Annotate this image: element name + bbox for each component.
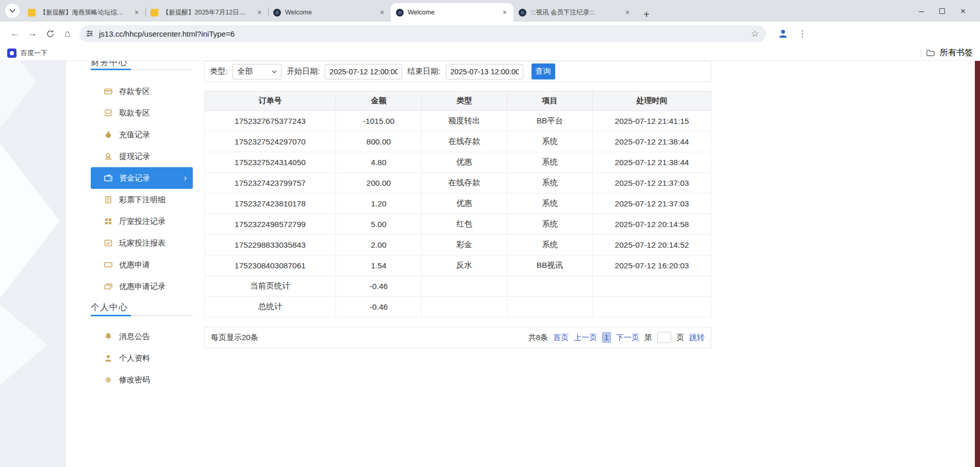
per-page-label: 每页显示20条 [211, 333, 258, 343]
tab-close-icon[interactable]: × [132, 8, 141, 17]
col-amount: 金额 [336, 91, 422, 111]
tab-close-icon[interactable]: × [623, 8, 632, 17]
withdraw-card-icon [104, 109, 112, 117]
table-row: 17523274238101781.20优惠系统2025-07-12 21:37… [205, 194, 711, 214]
profile-avatar-icon[interactable] [775, 26, 791, 41]
end-date-label: 结束日期: [407, 67, 440, 76]
browser-tab-strip: 【新提醒】海燕策略论坛综合交 × 【新提醒】2025年7月12日【全 × Wel… [0, 0, 980, 22]
bookmarks-divider [921, 49, 921, 57]
sidebar-item-lottery-bet-details[interactable]: 彩票下注明细 [91, 189, 193, 211]
bookmark-baidu[interactable]: 百度一下 [7, 49, 47, 58]
pagination-bar: 每页显示20条 共8条 首页 上一页 1 下一页 第 页 跳转 [204, 327, 711, 348]
forward-icon[interactable]: → [24, 25, 41, 42]
end-date-input[interactable] [446, 64, 523, 79]
query-button[interactable]: 查询 [531, 63, 555, 79]
all-bookmarks[interactable]: 所有书签 [921, 47, 973, 58]
next-page-link[interactable]: 下一页 [616, 333, 639, 343]
sidebar-item-promo-apply[interactable]: 优惠申请 [91, 254, 193, 276]
tab-list: 【新提醒】海燕策略论坛综合交 × 【新提醒】2025年7月12日【全 × Wel… [23, 0, 654, 22]
tab-welcome-active[interactable]: Welcome × [391, 3, 513, 22]
tab-close-icon[interactable]: × [255, 8, 264, 17]
tab-close-icon[interactable]: × [377, 8, 387, 17]
current-page-badge[interactable]: 1 [602, 332, 611, 343]
sidebar-item-message-announcements[interactable]: 消息公告 [91, 326, 193, 347]
user-icon [104, 355, 112, 362]
background-triangle-decoration [0, 304, 47, 385]
tab-reminder-date[interactable]: 【新提醒】2025年7月12日【全 × [145, 3, 268, 22]
col-type: 类型 [422, 91, 507, 111]
chevron-right-icon: › [184, 173, 187, 183]
type-select-value: 全部 [237, 67, 253, 76]
sidebar-item-personal-profile[interactable]: 个人资料 [91, 347, 193, 369]
report-chart-icon [104, 239, 112, 247]
start-date-input[interactable] [325, 64, 402, 79]
tab-title: 【新提醒】海燕策略论坛综合交 [40, 8, 128, 17]
total-count-label: 共8条 [528, 333, 548, 343]
prev-page-link[interactable]: 上一页 [574, 333, 597, 343]
sidebar-item-change-password[interactable]: 修改密码 [91, 369, 193, 391]
first-page-link[interactable]: 首页 [553, 333, 569, 343]
home-icon[interactable]: ⌂ [59, 25, 76, 42]
tab-title: Welcome [285, 9, 373, 16]
tab-hainyan-forum[interactable]: 【新提醒】海燕策略论坛综合交 × [23, 3, 145, 22]
type-select[interactable]: 全部 [232, 64, 281, 79]
coupon-records-icon [104, 283, 112, 291]
dark-site-favicon [273, 9, 281, 17]
tab-welcome-1[interactable]: Welcome × [268, 3, 391, 22]
bell-icon [104, 333, 112, 341]
browser-toolbar: ← → ⌂ js13.cc/hhcp/usercenter.html?iniTy… [0, 22, 980, 45]
page-jump-pre-label: 第 [644, 333, 652, 343]
table-header-row: 订单号 金额 类型 项目 处理时间 [205, 91, 711, 111]
table-row: 17523275243140504.80优惠系统2025-07-12 21:38… [205, 152, 711, 173]
section-underline [91, 69, 193, 70]
section-underline [91, 315, 193, 316]
sidebar-item-withdraw-zone[interactable]: 取款专区 [91, 102, 193, 124]
browser-menu-kebab-icon[interactable]: ⋮ [795, 26, 809, 41]
main-content: 类型: 全部 开始日期: 结束日期: 查询 订单号 金额 类型 [204, 61, 711, 348]
tab-title: 【新提醒】2025年7月12日【全 [162, 8, 251, 17]
dark-site-favicon [519, 9, 526, 17]
all-bookmarks-label: 所有书签 [940, 47, 973, 58]
document-list-icon [104, 196, 112, 204]
background-triangle-decoration [0, 143, 60, 298]
window-controls: – × [919, 0, 966, 22]
sidebar-item-recharge-records[interactable]: 充值记录 [91, 124, 193, 146]
background-triangle-decoration [0, 61, 36, 128]
page-jump-post-label: 页 [676, 333, 684, 343]
sidebar: 财务中心 存款专区 取款专区 充值记录 提现记录 资金记录 [91, 61, 193, 391]
maximize-icon[interactable] [939, 8, 945, 14]
col-order-no: 订单号 [205, 91, 336, 111]
section-underline-accent [91, 69, 131, 70]
table-row: 1752327524297070800.00在线存款系统2025-07-12 2… [205, 132, 711, 152]
bookmark-star-icon[interactable]: ☆ [751, 28, 759, 39]
tab-search-button[interactable] [5, 4, 20, 18]
new-tab-button[interactable]: + [639, 7, 654, 22]
col-process-time: 处理时间 [593, 91, 711, 111]
yellow-site-favicon [151, 9, 158, 17]
page-jump-input[interactable] [657, 332, 671, 343]
sidebar-item-promo-apply-records[interactable]: 优惠申请记录 [91, 276, 193, 297]
folder-icon [926, 50, 935, 57]
window-close-icon[interactable]: × [960, 7, 966, 15]
gear-icon [104, 376, 112, 384]
pagination-controls: 共8条 首页 上一页 1 下一页 第 页 跳转 [528, 332, 705, 343]
sidebar-item-player-bet-report[interactable]: 玩家投注报表 [91, 232, 193, 254]
table-row: 17523224985727995.00红包系统2025-07-12 20:14… [205, 214, 711, 235]
section-underline-accent [91, 315, 131, 316]
bookmark-label: 百度一下 [21, 49, 47, 58]
sidebar-item-hall-bet-records[interactable]: 厅室投注记录 [91, 211, 193, 232]
sidebar-item-deposit-zone[interactable]: 存款专区 [91, 80, 193, 102]
sidebar-section-finance-title: 财务中心 [91, 61, 193, 67]
sidebar-item-withdrawal-records[interactable]: 提现记录 [91, 146, 193, 167]
back-icon[interactable]: ← [6, 25, 24, 42]
jump-link[interactable]: 跳转 [689, 333, 705, 343]
refresh-icon[interactable] [41, 25, 59, 42]
tab-close-icon[interactable]: × [500, 8, 509, 17]
deposit-card-icon [104, 88, 112, 95]
table-row: 1752327675377243-1015.00额度转出BB平台2025-07-… [205, 111, 711, 132]
tab-video-bet-records[interactable]: :::视讯 会员下注纪录::: × [513, 3, 636, 22]
webpage-viewport: 财务中心 存款专区 取款专区 充值记录 提现记录 资金记录 [0, 61, 980, 467]
sidebar-item-funds-records[interactable]: 资金记录 › [91, 167, 193, 189]
minimize-icon[interactable]: – [919, 7, 924, 15]
url-bar[interactable]: js13.cc/hhcp/usercenter.html?iniType=6 ☆ [79, 25, 766, 42]
